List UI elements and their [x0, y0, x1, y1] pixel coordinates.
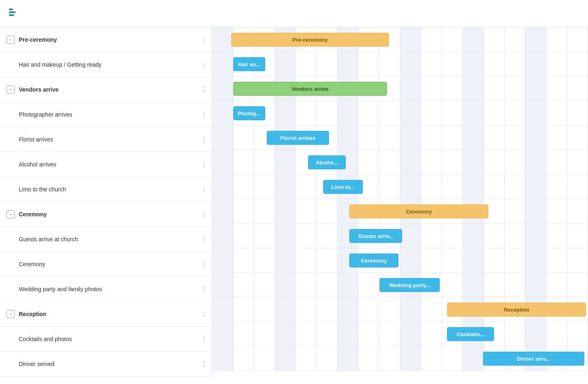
grid-col-15: [525, 224, 546, 248]
bar-wedding-party-photos[interactable]: Wedding party...: [380, 278, 440, 292]
task-name-reception-group: Reception: [19, 311, 197, 317]
dots-menu-vendors-arrive-group[interactable]: ⋮: [200, 86, 208, 94]
dots-menu-limo-church[interactable]: ⋮: [200, 186, 208, 193]
grid-col-0: [212, 248, 233, 272]
grid-col-10: [421, 150, 442, 174]
grid-col-10: [421, 322, 442, 346]
grid-col-17: [567, 248, 588, 272]
grid-col-3: [275, 322, 296, 346]
bar-limo-church[interactable]: Limo to...: [323, 180, 362, 194]
grid-col-15: [525, 199, 546, 223]
grid-col-11: [442, 27, 463, 52]
grid-col-11: [442, 273, 463, 297]
dots-menu-dinner-served[interactable]: ⋮: [200, 360, 208, 368]
bar-ceremony-task[interactable]: Ceremony: [349, 254, 398, 267]
grid-col-12: [463, 27, 484, 52]
grid-col-7: [358, 52, 379, 76]
dots-menu-wedding-party-photos[interactable]: ⋮: [200, 285, 208, 293]
bar-vendors-arrive-group[interactable]: Vendors arrive: [233, 82, 387, 96]
grid-col-2: [254, 199, 275, 223]
left-row-ceremony-task: Ceremony⋮: [0, 252, 212, 277]
grid-col-12: [463, 346, 484, 371]
grid-col-16: [546, 199, 567, 223]
dots-menu-guests-arrive[interactable]: ⋮: [200, 236, 208, 243]
task-name-hair-makeup: Hair and makeup / Getting ready: [19, 61, 197, 68]
grid-col-16: [546, 27, 567, 52]
grid-col-2: [254, 248, 275, 272]
grid-col-1: [233, 346, 254, 371]
grid-col-3: [275, 346, 296, 371]
grid-col-3: [275, 199, 296, 223]
grid-col-17: [567, 27, 588, 52]
dots-menu-pre-ceremony-group[interactable]: ⋮: [200, 36, 208, 44]
grid-col-7: [358, 150, 379, 174]
expand-btn-vendors-arrive-group[interactable]: −: [7, 85, 15, 94]
bar-guests-arrive[interactable]: Guests arriv...: [349, 229, 402, 243]
bar-pre-ceremony-group[interactable]: Pre-ceremony: [231, 33, 389, 47]
left-row-guests-arrive: Guests arrive at church⋮: [0, 227, 212, 252]
grid-col-12: [463, 76, 484, 101]
grid-col-9: [400, 101, 421, 125]
grid-col-1: [233, 273, 254, 297]
left-row-hair-makeup: Hair and makeup / Getting ready⋮: [0, 52, 212, 77]
task-name-wedding-party-photos: Wedding party and family photos: [19, 286, 197, 292]
grid-bg-hair-makeup: [212, 52, 588, 76]
left-cell-cocktails-photos: Cocktails and photos⋮: [0, 327, 212, 351]
grid-col-1: [233, 248, 254, 272]
grid-bg-photographer-arrives: [212, 101, 588, 125]
grid-col-10: [421, 346, 442, 371]
grid-col-0: [212, 76, 233, 101]
grid-col-15: [525, 150, 546, 174]
grid-col-16: [546, 76, 567, 101]
left-row-wedding-party-photos: Wedding party and family photos⋮: [0, 277, 212, 302]
grid-col-13: [484, 175, 505, 199]
gantt-row-wedding-party-photos: Wedding party...: [212, 273, 588, 297]
dots-menu-reception-group[interactable]: ⋮: [200, 310, 208, 318]
bar-ceremony-group[interactable]: Ceremony: [349, 204, 488, 218]
grid-col-5: [317, 101, 338, 125]
grid-col-5: [317, 224, 338, 248]
bar-cocktails-photos[interactable]: Cocktails...: [447, 327, 494, 341]
bar-photographer-arrives[interactable]: Photog...: [233, 106, 265, 120]
dots-menu-alcohol-arrives[interactable]: ⋮: [200, 161, 208, 168]
grid-col-10: [421, 297, 442, 321]
dots-menu-ceremony-task[interactable]: ⋮: [200, 260, 208, 268]
bar-florist-arrives[interactable]: Florist arrives: [267, 131, 329, 145]
expand-btn-reception-group[interactable]: −: [7, 310, 15, 318]
expand-btn-ceremony-group[interactable]: −: [7, 210, 15, 218]
expand-btn-pre-ceremony-group[interactable]: −: [7, 36, 15, 44]
bar-hair-makeup[interactable]: Hair an...: [233, 57, 265, 71]
bar-dinner-served[interactable]: Dinner serv...: [483, 352, 584, 366]
gantt-row-hair-makeup: Hair an...: [212, 52, 588, 76]
dots-menu-photographer-arrives[interactable]: ⋮: [200, 111, 208, 119]
grid-col-6: [338, 52, 358, 76]
grid-col-15: [525, 322, 546, 346]
grid-col-8: [379, 101, 400, 125]
left-row-florist-arrives: Florist arrives⋮: [0, 127, 212, 152]
dots-menu-ceremony-group[interactable]: ⋮: [200, 211, 208, 218]
grid-col-13: [484, 101, 505, 125]
grid-bg-ceremony-task: [212, 248, 588, 272]
grid-col-6: [338, 273, 358, 297]
gantt-row-photographer-arrives: Photog...: [212, 101, 588, 126]
grid-col-0: [212, 199, 233, 223]
bar-reception-group[interactable]: Reception: [447, 303, 586, 317]
gantt-row-florist-arrives: Florist arrives: [212, 126, 588, 150]
bar-alcohol-arrives[interactable]: Alcoho...: [308, 155, 346, 169]
grid-col-6: [338, 297, 358, 321]
gantt-row-limo-church: Limo to...: [212, 175, 588, 199]
grid-col-0: [212, 27, 233, 52]
dots-menu-cocktails-photos[interactable]: ⋮: [200, 335, 208, 343]
grid-col-13: [484, 273, 505, 297]
grid-col-9: [400, 126, 421, 150]
task-name-guests-arrive: Guests arrive at church: [19, 236, 197, 243]
grid-col-6: [338, 126, 358, 150]
left-cell-photographer-arrives: Photographer arrives⋮: [0, 102, 212, 127]
grid-col-16: [546, 126, 567, 150]
grid-col-2: [254, 346, 275, 371]
grid-col-4: [296, 248, 317, 272]
dots-menu-florist-arrives[interactable]: ⋮: [200, 136, 208, 144]
dots-menu-hair-makeup[interactable]: ⋮: [200, 61, 208, 69]
svg-rect-2: [9, 14, 14, 16]
grid-col-14: [505, 175, 525, 199]
